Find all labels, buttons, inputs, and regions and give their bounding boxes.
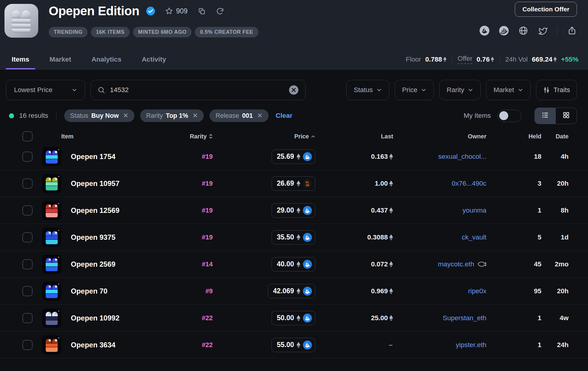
analytics-site-icon[interactable] [499, 26, 509, 36]
chip-release[interactable]: Release 001 ✕ [209, 109, 268, 122]
table-row[interactable]: Opepen 2569 #14 40.00 0.072 maycotc.eth … [0, 251, 588, 278]
row-checkbox[interactable] [22, 286, 33, 296]
clear-filters-link[interactable]: Clear [276, 112, 293, 120]
remove-chip-icon[interactable]: ✕ [192, 112, 198, 120]
verified-badge-icon [146, 6, 155, 16]
opensea-marketplace-icon [303, 233, 312, 242]
buy-price-button[interactable]: 29.00 [272, 203, 315, 218]
table-row[interactable]: Opepen 12569 #19 29.00 0.437 younma 1 8h [0, 197, 588, 224]
twitter-icon[interactable] [538, 26, 548, 36]
row-checkbox[interactable] [22, 340, 33, 350]
buy-price-button[interactable]: 40.00 [272, 257, 315, 271]
tab-market[interactable]: Market [44, 56, 77, 69]
chip-status[interactable]: Status Buy Now ✕ [64, 109, 134, 122]
table-row[interactable]: Opepen 70 #9 42.069 0.969 ripe0x 95 20h [0, 278, 588, 305]
row-checkbox[interactable] [22, 205, 33, 216]
nft-thumbnail[interactable] [42, 282, 61, 301]
table-row[interactable]: Opepen 10957 #19 26.69 BLUR 1.00 0x76...… [0, 170, 588, 197]
search-input[interactable] [110, 86, 284, 94]
tab-activity[interactable]: Activity [136, 56, 172, 69]
nft-thumbnail[interactable] [42, 147, 61, 166]
collection-badge: 16K ITEMS [91, 27, 130, 37]
owner-link[interactable]: maycotc.eth [438, 260, 474, 268]
held-count: 1 [538, 314, 541, 322]
list-view-button[interactable] [535, 108, 556, 124]
status-filter-dropdown[interactable]: Status [346, 80, 389, 100]
remove-chip-icon[interactable]: ✕ [257, 112, 262, 120]
copy-address-icon[interactable] [198, 7, 206, 15]
remove-chip-icon[interactable]: ✕ [123, 112, 128, 120]
held-count: 95 [534, 287, 541, 295]
star-icon[interactable] [165, 7, 173, 15]
item-name[interactable]: Opepen 2569 [71, 260, 115, 268]
table-row[interactable]: Opepen 9375 #19 35.50 0.3088 ck_vault 5 … [0, 224, 588, 251]
chevron-down-icon [518, 87, 523, 93]
chip-rarity[interactable]: Rarity Top 1% ✕ [140, 109, 204, 122]
buy-price-button[interactable]: 25.69 [272, 149, 315, 164]
nft-thumbnail[interactable] [42, 255, 61, 274]
nft-thumbnail[interactable] [42, 309, 61, 328]
select-all-checkbox[interactable] [22, 131, 33, 141]
floor-label: Floor [406, 56, 421, 63]
tab-items[interactable]: Items [6, 56, 35, 69]
held-count: 45 [534, 260, 541, 268]
nft-thumbnail[interactable] [42, 201, 61, 220]
owner-link[interactable]: ck_vault [462, 233, 486, 241]
buy-price-button[interactable]: 50.00 [272, 311, 315, 325]
column-last[interactable]: Last [315, 133, 393, 140]
owner-link[interactable]: younma [463, 207, 486, 214]
refresh-icon[interactable] [216, 7, 224, 15]
table-row[interactable]: Opepen 1754 #19 25.69 0.163 sexual_choco… [0, 143, 588, 170]
owner-link[interactable]: Superstan_eth [443, 314, 486, 322]
owner-link[interactable]: ripe0x [468, 287, 486, 295]
offer-label[interactable]: Offer [458, 55, 473, 64]
column-price[interactable]: Price [213, 133, 315, 140]
row-checkbox[interactable] [22, 232, 33, 242]
my-items-toggle[interactable] [497, 110, 521, 122]
clear-search-icon[interactable] [289, 85, 299, 95]
market-filter-dropdown[interactable]: Market [486, 80, 531, 100]
buy-price-button[interactable]: 26.69 BLUR [272, 176, 315, 191]
eth-icon [296, 315, 301, 321]
table-row[interactable]: Opepen 3634 #22 55.00 – yipster.eth 1 24… [0, 332, 588, 358]
sort-dropdown[interactable]: Lowest Price [6, 80, 85, 100]
rarity-rank: #19 [202, 207, 213, 214]
item-name[interactable]: Opepen 12569 [71, 206, 120, 215]
nft-thumbnail[interactable] [42, 174, 61, 193]
grid-view-button[interactable] [556, 108, 577, 124]
item-name[interactable]: Opepen 1754 [71, 152, 115, 161]
nft-thumbnail[interactable] [42, 228, 61, 247]
owner-link[interactable]: 0x76...490c [452, 180, 486, 187]
row-checkbox[interactable] [22, 313, 33, 323]
item-name[interactable]: Opepen 3634 [71, 341, 115, 349]
item-name[interactable]: Opepen 70 [71, 287, 108, 295]
owner-link[interactable]: sexual_chocol... [438, 153, 486, 161]
item-name[interactable]: Opepen 10992 [71, 314, 120, 322]
item-name[interactable]: Opepen 9375 [71, 233, 115, 242]
live-indicator-dot [9, 113, 14, 118]
table-row[interactable]: Opepen 10992 #22 50.00 25.00 Superstan_e… [0, 305, 588, 332]
owner-link[interactable]: yipster.eth [456, 341, 486, 349]
item-name[interactable]: Opepen 10957 [71, 179, 120, 188]
traits-button[interactable]: Traits [536, 80, 577, 100]
tab-analytics[interactable]: Analytics [85, 56, 127, 69]
eth-icon [296, 261, 301, 268]
nft-thumbnail[interactable] [42, 335, 61, 355]
column-rarity[interactable]: Rarity [167, 133, 213, 140]
search-box[interactable] [91, 80, 306, 100]
website-globe-icon[interactable] [518, 26, 528, 36]
row-checkbox[interactable] [22, 259, 33, 269]
price-filter-dropdown[interactable]: Price [395, 80, 434, 100]
collection-offer-button[interactable]: Collection Offer [515, 2, 577, 17]
share-icon[interactable] [567, 26, 577, 36]
buy-price-button[interactable]: 55.00 [272, 338, 315, 352]
row-checkbox[interactable] [22, 152, 33, 162]
opensea-link-icon[interactable] [480, 26, 489, 36]
collection-logo[interactable] [4, 4, 38, 38]
buy-price-button[interactable]: 35.50 [272, 230, 315, 245]
row-checkbox[interactable] [22, 178, 33, 189]
held-count: 18 [534, 153, 541, 161]
favorites[interactable]: 909 [165, 7, 187, 15]
buy-price-button[interactable]: 42.069 [268, 284, 315, 298]
rarity-filter-dropdown[interactable]: Rarity [439, 80, 481, 100]
